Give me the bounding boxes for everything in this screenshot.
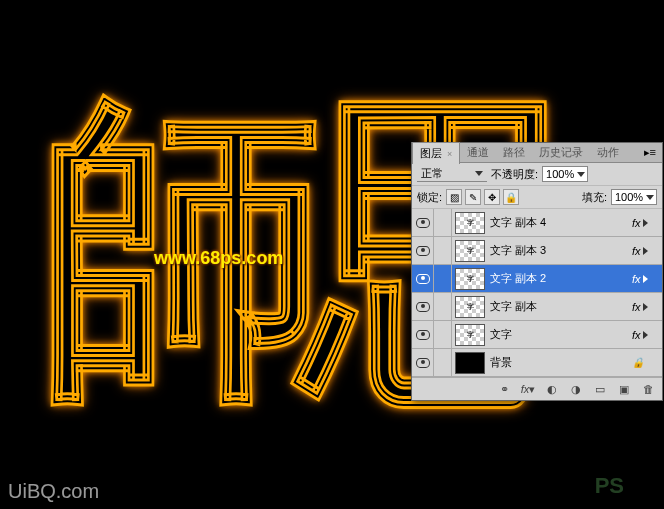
fx-label: fx (632, 245, 641, 257)
opacity-input[interactable]: 100% (542, 166, 588, 182)
chevron-down-icon (475, 171, 483, 176)
visibility-toggle[interactable] (412, 265, 434, 292)
layer-row[interactable]: 字文字 副本fx (412, 293, 662, 321)
tab-channels[interactable]: 通道 (460, 142, 496, 163)
fx-label: fx (632, 273, 641, 285)
tab-actions[interactable]: 动作 (590, 142, 626, 163)
link-col (434, 237, 452, 264)
fx-label: fx (632, 217, 641, 229)
link-col (434, 349, 452, 376)
group-icon[interactable]: ▭ (592, 382, 608, 396)
layer-row[interactable]: 字文字 副本 4fx (412, 209, 662, 237)
lock-position-icon[interactable]: ✥ (484, 189, 500, 205)
visibility-toggle[interactable] (412, 209, 434, 236)
layer-name[interactable]: 文字 副本 4 (488, 215, 632, 230)
opacity-value: 100% (546, 168, 574, 180)
layer-fx-indicator[interactable]: fx (632, 329, 662, 341)
chevron-right-icon (643, 303, 648, 311)
link-col (434, 209, 452, 236)
lock-all-icon[interactable]: 🔒 (503, 189, 519, 205)
layer-fx-indicator[interactable]: fx (632, 245, 662, 257)
layer-thumbnail[interactable]: 字 (455, 268, 485, 290)
layer-row[interactable]: 背景🔒 (412, 349, 662, 377)
chevron-right-icon (643, 247, 648, 255)
layer-fx-indicator[interactable]: fx (632, 217, 662, 229)
layer-style-icon[interactable]: fx▾ (520, 382, 536, 396)
thumb-glyph: 字 (456, 241, 484, 261)
link-layers-icon[interactable]: ⚭ (496, 382, 512, 396)
visibility-toggle[interactable] (412, 293, 434, 320)
thumb-glyph: 字 (456, 269, 484, 289)
layer-row[interactable]: 字文字fx (412, 321, 662, 349)
visibility-toggle[interactable] (412, 321, 434, 348)
lock-transparency-icon[interactable]: ▨ (446, 189, 462, 205)
layer-row[interactable]: 字文字 副本 3fx (412, 237, 662, 265)
layer-name[interactable]: 文字 副本 3 (488, 243, 632, 258)
eye-icon (416, 302, 430, 312)
fx-label: fx (632, 301, 641, 313)
fx-label: fx (632, 329, 641, 341)
chevron-down-icon (646, 195, 654, 200)
lock-fill-row: 锁定: ▨ ✎ ✥ 🔒 填充: 100% (412, 186, 662, 209)
chevron-right-icon (643, 331, 648, 339)
adjustment-layer-icon[interactable]: ◑ (568, 382, 584, 396)
tab-paths[interactable]: 路径 (496, 142, 532, 163)
layer-row[interactable]: 字文字 副本 2fx (412, 265, 662, 293)
layer-thumbnail[interactable]: 字 (455, 212, 485, 234)
layer-fx-indicator[interactable]: fx (632, 273, 662, 285)
layer-thumbnail[interactable]: 字 (455, 324, 485, 346)
chevron-right-icon (643, 275, 648, 283)
eye-icon (416, 218, 430, 228)
link-col (434, 293, 452, 320)
layer-list: 字文字 副本 4fx字文字 副本 3fx字文字 副本 2fx字文字 副本fx字文… (412, 209, 662, 377)
lock-pixels-icon[interactable]: ✎ (465, 189, 481, 205)
eye-icon (416, 358, 430, 368)
fill-input[interactable]: 100% (611, 189, 657, 205)
chevron-down-icon (577, 172, 585, 177)
visibility-toggle[interactable] (412, 349, 434, 376)
panel-footer: ⚭ fx▾ ◐ ◑ ▭ ▣ 🗑 (412, 377, 662, 400)
panel-menu-button[interactable]: ▸≡ (638, 146, 662, 159)
link-col (434, 265, 452, 292)
blend-mode-dropdown[interactable]: 正常 (417, 166, 487, 182)
layer-mask-icon[interactable]: ◐ (544, 382, 560, 396)
lock-icons-group: ▨ ✎ ✥ 🔒 (446, 189, 519, 205)
fill-value: 100% (615, 191, 643, 203)
tab-layers[interactable]: 图层 × (412, 142, 460, 164)
layer-fx-indicator[interactable]: fx (632, 301, 662, 313)
tab-layers-label: 图层 (420, 147, 442, 159)
opacity-label: 不透明度: (491, 167, 538, 182)
lock-label: 锁定: (417, 190, 442, 205)
layer-name[interactable]: 文字 副本 (488, 299, 632, 314)
thumb-glyph: 字 (456, 325, 484, 345)
eye-icon (416, 246, 430, 256)
layer-name[interactable]: 背景 (488, 355, 632, 370)
trash-icon[interactable]: 🗑 (640, 382, 656, 396)
layer-fx-indicator[interactable]: 🔒 (632, 357, 662, 368)
layer-name[interactable]: 文字 副本 2 (488, 271, 632, 286)
layer-thumbnail[interactable]: 字 (455, 296, 485, 318)
blend-mode-value: 正常 (421, 166, 443, 181)
watermark-url: www.68ps.com (154, 248, 283, 269)
layer-thumbnail[interactable]: 字 (455, 240, 485, 262)
layer-thumbnail[interactable] (455, 352, 485, 374)
blend-opacity-row: 正常 不透明度: 100% (412, 163, 662, 186)
watermark-uibq: UiBQ.com (8, 480, 99, 503)
eye-icon (416, 274, 430, 284)
visibility-toggle[interactable] (412, 237, 434, 264)
thumb-glyph: 字 (456, 213, 484, 233)
tab-history[interactable]: 历史记录 (532, 142, 590, 163)
link-col (434, 321, 452, 348)
layer-name[interactable]: 文字 (488, 327, 632, 342)
chevron-right-icon (643, 219, 648, 227)
close-icon[interactable]: × (447, 149, 452, 159)
thumb-glyph: 字 (456, 297, 484, 317)
fill-label: 填充: (582, 190, 607, 205)
new-layer-icon[interactable]: ▣ (616, 382, 632, 396)
watermark-ps: PS (595, 473, 624, 499)
layers-panel: 图层 × 通道 路径 历史记录 动作 ▸≡ 正常 不透明度: 100% 锁定: … (411, 142, 663, 401)
panel-tabs: 图层 × 通道 路径 历史记录 动作 ▸≡ (412, 143, 662, 163)
eye-icon (416, 330, 430, 340)
lock-icon: 🔒 (632, 357, 644, 368)
